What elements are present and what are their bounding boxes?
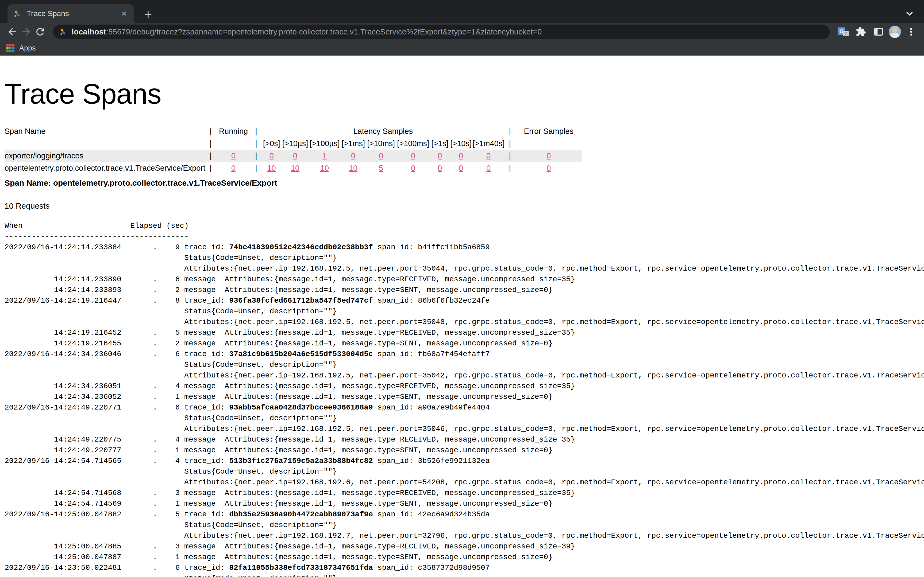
span-name-value: opentelemetry.proto.collector.trace.v1.T… [5,162,205,174]
latency-bucket-1-link[interactable]: 10 [291,164,299,172]
error-count-link[interactable]: 0 [546,164,551,172]
latency-bucket-7-link[interactable]: 0 [459,164,463,172]
status-line-1: Status{Code=Unset, description=""} [5,306,924,317]
pipe-separator: | [205,150,216,162]
status-line-2: Status{Code=Unset, description=""} [5,359,924,370]
latency-bucket-5-link-cell: 0 [396,150,430,162]
reload-icon [34,26,46,37]
latency-bucket-5-link-cell: 0 [396,162,430,174]
extensions-puzzle-icon [856,26,866,37]
trace-line-1: 2022/09/16-14:24:19.216447 . 8 trace_id:… [5,295,924,306]
apps-grid-icon [6,44,15,52]
event-line-1-1: 14:24:19.216455 . 2 message Attributes:{… [5,338,924,349]
attributes-line-1: Attributes:{net.peer.ip=192.168.192.5, n… [5,317,924,327]
back-button[interactable] [5,25,19,39]
pipe-separator: | [205,162,216,174]
latency-bucket-3-link[interactable]: 10 [349,164,357,172]
attributes-line-3: Attributes:{net.peer.ip=192.168.192.5, n… [5,424,924,434]
summary-table: Span Name|Running|Latency Samples|Error … [5,125,582,174]
latency-bucket-5-link[interactable]: 0 [411,164,415,172]
selected-span-name: Span Name: opentelemetry.proto.collector… [5,179,924,187]
trace-id-value: dbb35e25936a90b4472cabb89073af9e [229,510,373,519]
trace-line-2: 2022/09/16-14:24:34.236046 . 6 trace_id:… [5,349,924,359]
empty-cell [216,137,251,150]
latency-bucket-6-link[interactable]: 0 [438,164,442,172]
running-count-link[interactable]: 0 [231,164,236,172]
side-panel-icon [873,26,884,37]
avatar-body [890,33,900,38]
latency-bucket-1-link-cell: 0 [281,150,309,162]
reload-button[interactable] [33,25,47,39]
bucket-header-5: [>100ms] [396,137,430,150]
col-header-span-name: Span Name [5,125,205,137]
console-separator: ----------------------------------------… [5,231,924,242]
col-header-running: Running [216,125,251,137]
url-bar[interactable]: localhost:55679/debug/tracez?zspanname=o… [53,24,830,39]
latency-bucket-7-link[interactable]: 0 [459,152,463,160]
latency-bucket-4-link[interactable]: 5 [379,164,383,172]
latency-bucket-4-link-cell: 5 [366,162,396,174]
attributes-line-2: Attributes:{net.peer.ip=192.168.192.5, n… [5,370,924,381]
tab-strip: Trace Spans × [0,0,924,23]
latency-bucket-8-link-cell: 0 [472,150,504,162]
latency-bucket-3-link-cell: 0 [340,150,366,162]
extensions-button[interactable] [853,24,868,39]
url-text: localhost:55679/debug/tracez?zspanname=o… [72,27,542,36]
pipe-separator: | [251,137,262,150]
event-line-2-1: 14:24:34.236052 . 1 message Attributes:{… [5,392,924,402]
latency-bucket-4-link[interactable]: 0 [379,152,383,160]
tab-search-button[interactable] [903,7,916,20]
side-panel-button[interactable] [871,24,886,39]
translate-button[interactable]: G 文 [836,24,851,39]
otel-logo-icon [59,28,67,36]
latency-bucket-2-link-cell: 1 [309,150,340,162]
latency-bucket-2-link[interactable]: 10 [320,164,329,172]
error-count-link-cell: 0 [515,150,582,162]
latency-bucket-3-link[interactable]: 0 [351,152,355,160]
bucket-header-1: [>10µs] [281,137,309,150]
latency-bucket-0-link[interactable]: 10 [267,164,276,172]
bookmarks-bar: Apps [0,41,924,56]
latency-bucket-6-link[interactable]: 0 [438,152,442,160]
pipe-separator: | [504,150,515,162]
pipe-separator: | [251,162,262,174]
page-title: Trace Spans [5,79,924,109]
bookmark-apps[interactable]: Apps [19,44,36,52]
pipe-separator: | [251,150,262,162]
latency-bucket-7-link-cell: 0 [449,162,472,174]
close-icon[interactable]: × [119,9,129,18]
bucket-header-2: [>100µs] [309,137,340,150]
latency-bucket-1-link[interactable]: 0 [293,152,297,160]
forward-arrow-icon [21,26,32,37]
pipe-separator: | [504,137,515,150]
event-line-4-1: 14:24:54.714569 . 1 message Attributes:{… [5,498,924,509]
latency-bucket-0-link[interactable]: 0 [270,152,274,160]
trace-line-4: 2022/09/16-14:24:54.714565 . 4 trace_id:… [5,456,924,466]
bucket-header-7: [>10s] [449,137,472,150]
running-count-link[interactable]: 0 [231,152,236,160]
translate-icon: G 文 [837,26,849,38]
trace-line-3: 2022/09/16-14:24:49.220771 . 6 trace_id:… [5,402,924,413]
latency-bucket-2-link[interactable]: 1 [322,152,327,160]
browser-tab[interactable]: Trace Spans × [8,4,134,23]
latency-bucket-6-link-cell: 0 [430,162,449,174]
status-line-3: Status{Code=Unset, description=""} [5,413,924,424]
span-name-value: exporter/logging/traces [5,150,205,162]
browser-menu-button[interactable] [904,24,919,39]
event-line-1-0: 14:24:19.216452 . 5 message Attributes:{… [5,327,924,338]
pipe-separator: | [205,137,216,150]
new-tab-button[interactable] [142,8,154,20]
error-count-link[interactable]: 0 [546,152,551,160]
bucket-header-0: [>0s] [262,137,281,150]
url-path: :55679/debug/tracez?zspanname=openteleme… [106,27,542,36]
avatar[interactable] [889,26,901,38]
event-line-5-0: 14:25:00.047885 . 3 message Attributes:{… [5,541,924,552]
chevron-down-icon [904,8,915,19]
forward-button[interactable] [19,25,33,39]
latency-bucket-8-link[interactable]: 0 [486,164,491,172]
latency-bucket-2-link-cell: 10 [309,162,340,174]
latency-bucket-5-link[interactable]: 0 [411,152,415,160]
error-count-link-cell: 0 [515,162,582,174]
latency-bucket-8-link[interactable]: 0 [486,152,491,160]
event-line-3-1: 14:24:49.220777 . 1 message Attributes:{… [5,445,924,456]
